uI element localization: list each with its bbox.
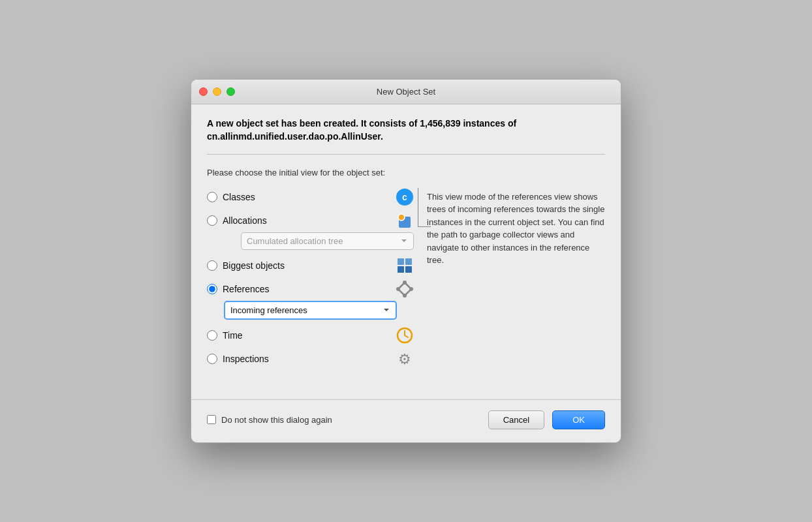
- radio-biggest[interactable]: [207, 260, 217, 271]
- radio-allocations[interactable]: [207, 215, 217, 226]
- window-title: New Object Set: [377, 87, 435, 97]
- options-panel: Classes c Allocations: [207, 188, 414, 373]
- no-show-label: Do not show this dialog again: [221, 415, 332, 425]
- option-row-biggest: Biggest objects: [207, 256, 414, 275]
- svg-point-14: [409, 287, 413, 291]
- option-row-references: References: [207, 280, 414, 298]
- label-time: Time: [223, 330, 396, 341]
- description-text: A new object set has been created. It co…: [207, 117, 605, 154]
- svg-point-12: [403, 281, 407, 284]
- references-icon: [396, 280, 414, 298]
- no-show-checkbox[interactable]: [207, 415, 216, 424]
- checkbox-area: Do not show this dialog again: [207, 415, 332, 425]
- prompt-text: Please choose the initial view for the o…: [207, 168, 605, 177]
- svg-rect-4: [398, 258, 404, 265]
- biggest-icon: [396, 256, 414, 275]
- label-allocations: Allocations: [223, 215, 396, 226]
- label-inspections: Inspections: [223, 354, 396, 364]
- info-panel: This view mode of the references view sh…: [427, 188, 605, 373]
- svg-point-15: [403, 294, 407, 298]
- allocations-icon: [396, 211, 414, 230]
- traffic-lights: [199, 87, 235, 96]
- option-row-allocations: Allocations: [207, 211, 414, 230]
- references-dropdown-container: Incoming references Outgoing references …: [224, 301, 414, 320]
- time-icon: [396, 326, 414, 345]
- radio-classes[interactable]: [207, 192, 217, 202]
- references-dropdown[interactable]: Incoming references Outgoing references …: [224, 301, 397, 320]
- window-body: A new object set has been created. It co…: [191, 104, 621, 386]
- connector-vertical: [418, 188, 418, 227]
- option-row-time: Time: [207, 326, 414, 345]
- allocation-dropdown[interactable]: Cumulated allocation tree Allocation tre…: [241, 232, 414, 250]
- svg-point-13: [396, 287, 400, 291]
- label-biggest: Biggest objects: [223, 260, 396, 271]
- inspections-icon: ⚙: [396, 350, 414, 368]
- content-area: Classes c Allocations: [207, 188, 605, 373]
- allocations-dropdown-container: Cumulated allocation tree Allocation tre…: [224, 232, 414, 250]
- ok-button[interactable]: OK: [552, 410, 605, 429]
- titlebar: New Object Set: [191, 80, 621, 104]
- label-classes: Classes: [223, 192, 396, 202]
- cancel-button[interactable]: Cancel: [488, 410, 544, 429]
- footer: Do not show this dialog again Cancel OK: [191, 399, 621, 442]
- connector-horizontal: [418, 226, 431, 227]
- svg-text:⚙: ⚙: [398, 351, 411, 367]
- minimize-button[interactable]: [213, 87, 221, 96]
- label-references: References: [223, 284, 396, 294]
- option-row-inspections: Inspections ⚙: [207, 350, 414, 368]
- svg-rect-5: [405, 258, 412, 265]
- radio-references[interactable]: [207, 284, 217, 294]
- radio-inspections[interactable]: [207, 354, 217, 364]
- svg-rect-7: [405, 266, 412, 273]
- option-row-classes: Classes c: [207, 188, 414, 206]
- radio-time[interactable]: [207, 330, 217, 341]
- info-text: This view mode of the references view sh…: [427, 191, 605, 267]
- svg-text:c: c: [402, 192, 407, 202]
- maximize-button[interactable]: [226, 87, 235, 96]
- close-button[interactable]: [199, 87, 208, 96]
- classes-icon: c: [396, 188, 414, 206]
- svg-rect-6: [398, 266, 404, 273]
- svg-point-3: [398, 214, 405, 221]
- dialog-window: New Object Set A new object set has been…: [191, 79, 621, 442]
